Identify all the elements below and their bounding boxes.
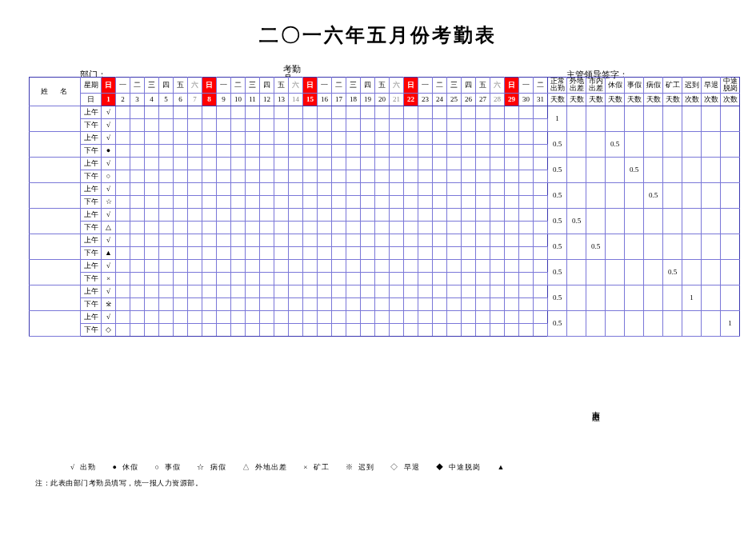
attendance-cell [519, 221, 534, 234]
attendance-cell [505, 272, 519, 285]
attendance-cell [188, 170, 202, 182]
summary-value [567, 157, 586, 182]
attendance-cell [318, 323, 332, 336]
attendance-cell [174, 259, 188, 272]
summary-value [682, 106, 702, 131]
summary-value: 0.5 [548, 208, 567, 234]
attendance-cell [476, 106, 490, 118]
attendance-cell [476, 170, 490, 182]
day-label: 日 [81, 93, 102, 106]
attendance-cell [332, 272, 346, 285]
summary-value [682, 182, 702, 208]
attendance-cell [404, 118, 418, 131]
attendance-cell [303, 221, 318, 234]
attendance-cell [433, 246, 447, 259]
attendance-cell [246, 310, 260, 323]
summary-value [721, 157, 740, 182]
attendance-cell [289, 310, 303, 323]
attendance-cell: ☆ [102, 195, 116, 208]
summary-sub-header: 天数 [548, 93, 567, 106]
attendance-cell [462, 323, 476, 336]
attendance-cell [505, 259, 519, 272]
attendance-cell [519, 208, 534, 221]
attendance-cell [490, 221, 505, 234]
attendance-cell [361, 157, 375, 170]
name-cell [30, 234, 81, 259]
summary-value [644, 208, 663, 234]
attendance-cell [534, 234, 548, 246]
name-cell [30, 259, 81, 285]
attendance-cell [462, 221, 476, 234]
summary-value [663, 285, 682, 310]
attendance-cell [289, 131, 303, 144]
attendance-cell [476, 259, 490, 272]
attendance-cell: ※ [102, 297, 116, 310]
attendance-cell [346, 323, 361, 336]
attendance-cell [116, 246, 130, 259]
attendance-cell [361, 285, 375, 297]
attendance-cell [447, 285, 462, 297]
attendance-cell [404, 297, 418, 310]
summary-value [625, 131, 644, 157]
day-number-cell: 2 [116, 93, 130, 106]
attendance-cell [534, 195, 548, 208]
day-number-cell: 30 [519, 93, 534, 106]
day-number-cell: 21 [390, 93, 404, 106]
attendance-cell [318, 208, 332, 221]
day-number-cell: 3 [130, 93, 145, 106]
attendance-cell [476, 195, 490, 208]
attendance-cell [404, 310, 418, 323]
summary-value [702, 310, 721, 336]
summary-value: 0.5 [663, 259, 682, 285]
attendance-cell [433, 221, 447, 234]
name-cell [30, 182, 81, 208]
attendance-cell [145, 144, 159, 157]
weekday-cell: 六 [289, 78, 303, 94]
ampm-am-label: 上午 [81, 157, 102, 170]
attendance-cell [390, 246, 404, 259]
attendance-cell [231, 144, 246, 157]
weekday-cell: 日 [102, 78, 116, 94]
weekday-cell: 二 [231, 78, 246, 94]
day-number-cell: 28 [490, 93, 505, 106]
attendance-cell [433, 297, 447, 310]
attendance-cell [390, 323, 404, 336]
attendance-cell [130, 323, 145, 336]
summary-header: 市内出差 [586, 78, 606, 94]
attendance-cell [274, 118, 289, 131]
attendance-cell [346, 259, 361, 272]
legend-row: √ 出勤● 休假○ 事假☆ 病假△ 外地出差× 矿工※ 迟到◇ 早退◆ 中途脱岗… [70, 462, 526, 473]
attendance-cell [217, 131, 231, 144]
ampm-pm-label: 下午 [81, 323, 102, 336]
attendance-cell [159, 221, 174, 234]
attendance-cell [174, 221, 188, 234]
clerk-label-1: 考勤 [280, 64, 304, 74]
attendance-cell [534, 246, 548, 259]
ampm-am-label: 上午 [81, 182, 102, 195]
attendance-cell [202, 310, 217, 323]
attendance-cell [505, 131, 519, 144]
summary-value [702, 157, 721, 182]
attendance-cell [534, 285, 548, 297]
attendance-cell [476, 272, 490, 285]
summary-header: 早退 [702, 78, 721, 94]
attendance-cell [246, 259, 260, 272]
name-header: 姓 名 [30, 78, 81, 106]
legend-item: ☆ 病假 [197, 463, 226, 471]
summary-value [586, 310, 606, 336]
attendance-cell [130, 170, 145, 182]
attendance-cell [418, 221, 433, 234]
weekday-cell: 三 [447, 78, 462, 94]
attendance-cell [303, 259, 318, 272]
summary-value [663, 157, 682, 182]
attendance-cell [217, 221, 231, 234]
summary-value [625, 310, 644, 336]
attendance-cell [246, 285, 260, 297]
attendance-cell [332, 182, 346, 195]
attendance-cell [318, 182, 332, 195]
summary-sub-header: 次数 [682, 93, 702, 106]
day-number-cell: 6 [174, 93, 188, 106]
attendance-cell [332, 106, 346, 118]
attendance-cell [418, 170, 433, 182]
day-number-cell: 25 [447, 93, 462, 106]
